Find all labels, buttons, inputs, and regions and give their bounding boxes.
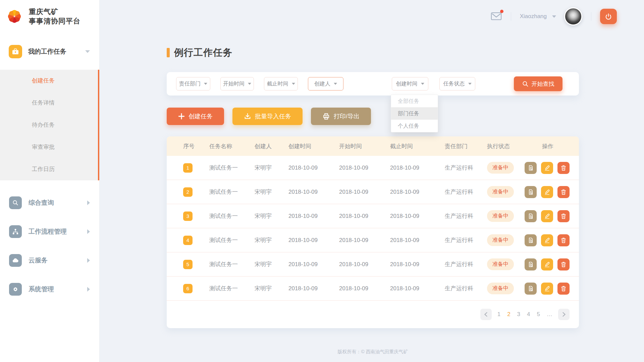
logout-button[interactable] [600, 9, 617, 24]
chevron-down-icon [248, 83, 251, 85]
row-actions [525, 258, 570, 270]
dept-cell: 生产运行科 [445, 188, 487, 196]
view-doc-icon [527, 285, 534, 292]
sidebar-item-work-calendar[interactable]: 工作日历 [0, 158, 98, 180]
delete-task-button[interactable] [557, 186, 570, 198]
sidebar-item-label: 我的工作任务 [28, 47, 66, 56]
sidebar: 重庆气矿 事事清协同平台 我的工作任务 创建任务 任务详情 待办任务 审查审批 … [0, 0, 100, 362]
table-row: 2 测试任务一 宋明宇 2018-10-09 2018-10-09 2018-1… [167, 180, 579, 204]
edit-task-button[interactable] [541, 234, 553, 246]
chevron-right-icon [561, 312, 566, 317]
view-task-button[interactable] [525, 234, 537, 246]
edit-task-button[interactable] [541, 283, 553, 295]
view-task-button[interactable] [525, 283, 537, 295]
edit-task-button[interactable] [541, 258, 553, 270]
view-task-button[interactable] [525, 186, 537, 198]
page-title: 例行工作任务 [174, 46, 232, 59]
next-page-button[interactable] [558, 309, 570, 320]
filter-select-end-time[interactable]: 截止时间 [264, 77, 298, 90]
print-export-button[interactable]: 打印/导出 [311, 108, 371, 125]
col-header: 操作 [525, 142, 570, 150]
sidebar-item-system-management[interactable]: 系统管理 [0, 275, 99, 304]
app-root: 重庆气矿 事事清协同平台 我的工作任务 创建任务 任务详情 待办任务 审查审批 … [0, 0, 644, 362]
view-task-button[interactable] [525, 258, 537, 270]
chevron-left-icon [484, 312, 488, 317]
delete-task-button[interactable] [557, 162, 570, 174]
filter-select-start-time[interactable]: 开始时间 [220, 77, 254, 90]
table-row: 6 测试任务一 宋明宇 2018-10-09 2018-10-09 2018-1… [167, 277, 579, 301]
sidebar-item-cloud-services[interactable]: 云服务 [0, 246, 99, 275]
filter-select-creator[interactable]: 创建人 [308, 77, 343, 90]
task-name-cell: 测试任务一 [209, 260, 255, 268]
task-name-cell: 测试任务一 [209, 285, 255, 292]
plus-icon [178, 113, 185, 120]
chevron-right-icon [87, 200, 90, 205]
row-number-badge: 1 [183, 163, 193, 173]
batch-import-button[interactable]: 批量导入任务 [232, 108, 303, 125]
filter-select-create-time[interactable]: 创建时间 [392, 77, 428, 90]
delete-task-button[interactable] [557, 210, 570, 222]
dropdown-option-dept-tasks[interactable]: 部门任务 [391, 107, 438, 120]
edit-task-button[interactable] [541, 162, 553, 174]
action-buttons: 创建任务 批量导入任务 打印/导出 [167, 108, 579, 125]
chevron-down-icon[interactable] [552, 15, 556, 18]
sidebar-item-task-detail[interactable]: 任务详情 [0, 92, 98, 114]
row-actions [525, 162, 570, 174]
sidebar-item-workflow-management[interactable]: 工作流程管理 [0, 217, 99, 246]
created-date-cell: 2018-10-09 [288, 285, 339, 292]
row-number-badge: 3 [183, 212, 193, 221]
mail-icon[interactable] [491, 11, 502, 22]
edit-task-button[interactable] [541, 210, 553, 222]
status-badge: 准备中 [487, 186, 514, 198]
sidebar-item-review-approval[interactable]: 审查审批 [0, 136, 98, 158]
sidebar-item-my-tasks[interactable]: 我的工作任务 [0, 42, 99, 61]
create-task-button[interactable]: 创建任务 [167, 108, 224, 125]
task-name-cell: 测试任务一 [209, 236, 255, 244]
prev-page-button[interactable] [480, 309, 492, 320]
row-number-badge: 4 [183, 236, 193, 245]
start-date-cell: 2018-10-09 [339, 261, 390, 268]
start-date-cell: 2018-10-09 [339, 285, 390, 292]
dropdown-option-personal-tasks[interactable]: 个人任务 [391, 120, 438, 132]
brand-title-line2: 事事清协同平台 [29, 16, 80, 26]
delete-task-button[interactable] [557, 283, 570, 295]
delete-task-button[interactable] [557, 258, 570, 270]
task-scope-dropdown: 全部任务 部门任务 个人任务 [391, 95, 438, 132]
dropdown-option-all-tasks[interactable]: 全部任务 [391, 95, 438, 107]
chevron-down-icon [334, 83, 337, 85]
divider [511, 12, 511, 21]
sidebar-item-todo-tasks[interactable]: 待办任务 [0, 114, 98, 136]
chevron-down-icon [204, 83, 207, 85]
table-row: 1 测试任务一 宋明宇 2018-10-09 2018-10-09 2018-1… [167, 156, 579, 180]
page-number[interactable]: 5 [536, 311, 541, 318]
delete-task-button[interactable] [557, 234, 570, 246]
page-number-active[interactable]: 2 [506, 311, 511, 318]
view-doc-icon [527, 213, 534, 220]
edit-task-button[interactable] [541, 186, 553, 198]
end-date-cell: 2018-10-09 [390, 237, 445, 244]
created-date-cell: 2018-10-09 [288, 189, 339, 195]
view-task-button[interactable] [525, 162, 537, 174]
filter-select-responsible-dept[interactable]: 责任部门 [176, 77, 210, 90]
page-number[interactable]: 3 [516, 311, 521, 318]
trash-icon [560, 165, 567, 171]
page-title-row: 例行工作任务 [167, 47, 579, 58]
copyright: 版权所有：© 西南油气田重庆气矿 [167, 349, 579, 355]
power-icon [604, 12, 612, 20]
page-number[interactable]: 1 [496, 311, 501, 318]
filter-select-task-status[interactable]: 任务状态 [439, 77, 475, 90]
table-row: 3 测试任务一 宋明宇 2018-10-09 2018-10-09 2018-1… [167, 204, 579, 228]
username[interactable]: Xiaozhang [520, 13, 547, 20]
page-number[interactable]: 4 [526, 311, 531, 318]
created-date-cell: 2018-10-09 [288, 213, 339, 220]
search-button[interactable]: 开始查找 [514, 76, 562, 91]
view-doc-icon [527, 165, 534, 171]
row-actions [525, 210, 570, 222]
sidebar-item-create-task[interactable]: 创建任务 [0, 70, 98, 92]
sitemap-icon [9, 225, 22, 238]
user-avatar[interactable] [564, 7, 582, 25]
cloud-icon [9, 254, 22, 267]
view-task-button[interactable] [525, 210, 537, 222]
sidebar-item-comprehensive-query[interactable]: 综合查询 [0, 188, 99, 217]
col-header: 创建人 [255, 142, 288, 150]
